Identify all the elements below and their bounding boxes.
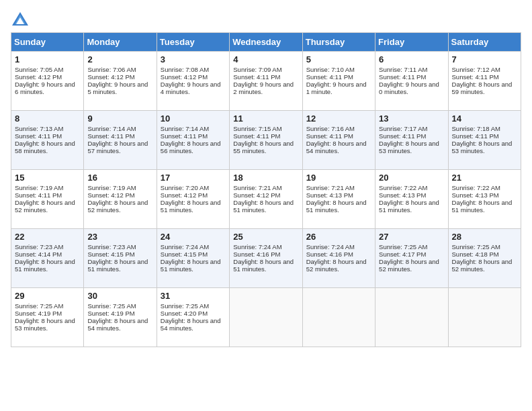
daylight: Daylight: 8 hours and 58 minutes. — [15, 140, 75, 154]
calendar-cell: 24Sunrise: 7:24 AMSunset: 4:15 PMDayligh… — [157, 229, 229, 288]
day-number: 30 — [87, 291, 152, 301]
sunrise: Sunrise: 7:13 AM — [15, 125, 63, 132]
sunrise: Sunrise: 7:25 AM — [161, 302, 209, 310]
day-number: 25 — [233, 232, 298, 242]
day-number: 19 — [306, 173, 371, 183]
daylight: Daylight: 9 hours and 0 minutes. — [379, 81, 439, 95]
sunrise: Sunrise: 7:22 AM — [379, 184, 427, 191]
week-row-4: 22Sunrise: 7:23 AMSunset: 4:14 PMDayligh… — [11, 229, 521, 288]
calendar-cell: 21Sunrise: 7:22 AMSunset: 4:13 PMDayligh… — [448, 170, 521, 229]
sunrise: Sunrise: 7:24 AM — [306, 243, 355, 250]
daylight: Daylight: 8 hours and 53 minutes. — [15, 317, 75, 332]
daylight: Daylight: 8 hours and 57 minutes. — [87, 140, 148, 154]
day-number: 11 — [233, 113, 298, 124]
header-thursday: Thursday — [302, 33, 375, 52]
daylight: Daylight: 8 hours and 55 minutes. — [233, 140, 294, 154]
daylight: Daylight: 8 hours and 52 minutes. — [306, 258, 367, 273]
calendar-table: SundayMondayTuesdayWednesdayThursdayFrid… — [11, 32, 521, 347]
day-number: 22 — [15, 232, 80, 242]
sunrise: Sunrise: 7:18 AM — [452, 125, 500, 132]
sunset: Sunset: 4:11 PM — [161, 132, 208, 140]
daylight: Daylight: 8 hours and 54 minutes. — [87, 317, 148, 332]
sunrise: Sunrise: 7:14 AM — [87, 125, 136, 132]
days-header-row: SundayMondayTuesdayWednesdayThursdayFrid… — [11, 33, 521, 52]
calendar-cell: 16Sunrise: 7:19 AMSunset: 4:12 PMDayligh… — [84, 170, 157, 229]
daylight: Daylight: 8 hours and 52 minutes. — [87, 199, 148, 214]
sunrise: Sunrise: 7:19 AM — [15, 184, 63, 191]
daylight: Daylight: 8 hours and 51 minutes. — [161, 258, 221, 273]
sunset: Sunset: 4:18 PM — [452, 250, 499, 258]
sunset: Sunset: 4:12 PM — [161, 191, 208, 199]
header-monday: Monday — [84, 33, 157, 52]
daylight: Daylight: 8 hours and 51 minutes. — [161, 199, 221, 214]
sunrise: Sunrise: 7:15 AM — [233, 125, 281, 132]
sunset: Sunset: 4:12 PM — [87, 191, 134, 199]
week-row-3: 15Sunrise: 7:19 AMSunset: 4:11 PMDayligh… — [11, 170, 521, 229]
day-number: 3 — [161, 54, 226, 64]
sunrise: Sunrise: 7:05 AM — [15, 66, 63, 73]
daylight: Daylight: 9 hours and 5 minutes. — [87, 81, 148, 95]
daylight: Daylight: 9 hours and 2 minutes. — [233, 81, 294, 95]
daylight: Daylight: 8 hours and 53 minutes. — [379, 140, 439, 154]
calendar-cell: 23Sunrise: 7:23 AMSunset: 4:15 PMDayligh… — [84, 229, 157, 288]
sunset: Sunset: 4:13 PM — [306, 191, 353, 199]
calendar-cell: 26Sunrise: 7:24 AMSunset: 4:16 PMDayligh… — [302, 229, 375, 288]
calendar-cell: 28Sunrise: 7:25 AMSunset: 4:18 PMDayligh… — [448, 229, 521, 288]
sunrise: Sunrise: 7:10 AM — [306, 66, 355, 73]
sunrise: Sunrise: 7:25 AM — [87, 302, 136, 310]
sunrise: Sunrise: 7:06 AM — [87, 66, 136, 73]
calendar-cell: 27Sunrise: 7:25 AMSunset: 4:17 PMDayligh… — [375, 229, 448, 288]
daylight: Daylight: 9 hours and 6 minutes. — [15, 81, 75, 95]
calendar-cell: 8Sunrise: 7:13 AMSunset: 4:11 PMDaylight… — [11, 111, 84, 170]
daylight: Daylight: 8 hours and 56 minutes. — [161, 140, 221, 154]
sunrise: Sunrise: 7:21 AM — [306, 184, 355, 191]
daylight: Daylight: 8 hours and 51 minutes. — [379, 199, 439, 214]
calendar-cell: 14Sunrise: 7:18 AMSunset: 4:11 PMDayligh… — [448, 111, 521, 170]
sunset: Sunset: 4:11 PM — [233, 132, 280, 140]
sunrise: Sunrise: 7:23 AM — [15, 243, 63, 250]
daylight: Daylight: 8 hours and 51 minutes. — [306, 199, 367, 214]
sunset: Sunset: 4:11 PM — [379, 73, 426, 81]
calendar-cell: 29Sunrise: 7:25 AMSunset: 4:19 PMDayligh… — [11, 288, 84, 347]
sunset: Sunset: 4:15 PM — [87, 250, 134, 258]
sunset: Sunset: 4:11 PM — [87, 132, 134, 140]
calendar-cell — [448, 288, 521, 347]
calendar-cell: 18Sunrise: 7:21 AMSunset: 4:12 PMDayligh… — [230, 170, 302, 229]
day-number: 18 — [233, 173, 298, 183]
day-number: 5 — [306, 54, 371, 64]
day-number: 29 — [15, 291, 80, 301]
sunset: Sunset: 4:11 PM — [379, 132, 426, 140]
daylight: Daylight: 8 hours and 54 minutes. — [306, 140, 367, 154]
sunset: Sunset: 4:12 PM — [233, 191, 280, 199]
day-number: 24 — [161, 232, 226, 242]
sunrise: Sunrise: 7:14 AM — [161, 125, 209, 132]
calendar-cell: 10Sunrise: 7:14 AMSunset: 4:11 PMDayligh… — [157, 111, 229, 170]
sunrise: Sunrise: 7:17 AM — [379, 125, 427, 132]
calendar-cell: 12Sunrise: 7:16 AMSunset: 4:11 PMDayligh… — [302, 111, 375, 170]
calendar-cell: 19Sunrise: 7:21 AMSunset: 4:13 PMDayligh… — [302, 170, 375, 229]
header-sunday: Sunday — [11, 33, 84, 52]
sunset: Sunset: 4:16 PM — [233, 250, 280, 258]
sunset: Sunset: 4:16 PM — [306, 250, 353, 258]
daylight: Daylight: 9 hours and 4 minutes. — [161, 81, 221, 95]
daylight: Daylight: 8 hours and 51 minutes. — [87, 258, 148, 273]
sunset: Sunset: 4:14 PM — [15, 250, 62, 258]
sunrise: Sunrise: 7:11 AM — [379, 66, 427, 73]
sunrise: Sunrise: 7:23 AM — [87, 243, 136, 250]
sunset: Sunset: 4:11 PM — [233, 73, 280, 81]
sunrise: Sunrise: 7:21 AM — [233, 184, 281, 191]
sunset: Sunset: 4:20 PM — [161, 310, 208, 317]
calendar-cell: 6Sunrise: 7:11 AMSunset: 4:11 PMDaylight… — [375, 52, 448, 111]
sunset: Sunset: 4:13 PM — [379, 191, 426, 199]
sunrise: Sunrise: 7:22 AM — [452, 184, 500, 191]
header-friday: Friday — [375, 33, 448, 52]
day-number: 21 — [452, 173, 517, 183]
sunrise: Sunrise: 7:12 AM — [452, 66, 500, 73]
week-row-1: 1Sunrise: 7:05 AMSunset: 4:12 PMDaylight… — [11, 52, 521, 111]
calendar-cell — [230, 288, 302, 347]
calendar-cell: 4Sunrise: 7:09 AMSunset: 4:11 PMDaylight… — [230, 52, 302, 111]
page-header — [11, 11, 521, 27]
calendar-cell: 7Sunrise: 7:12 AMSunset: 4:11 PMDaylight… — [448, 52, 521, 111]
sunset: Sunset: 4:11 PM — [452, 73, 499, 81]
calendar-cell: 25Sunrise: 7:24 AMSunset: 4:16 PMDayligh… — [230, 229, 302, 288]
